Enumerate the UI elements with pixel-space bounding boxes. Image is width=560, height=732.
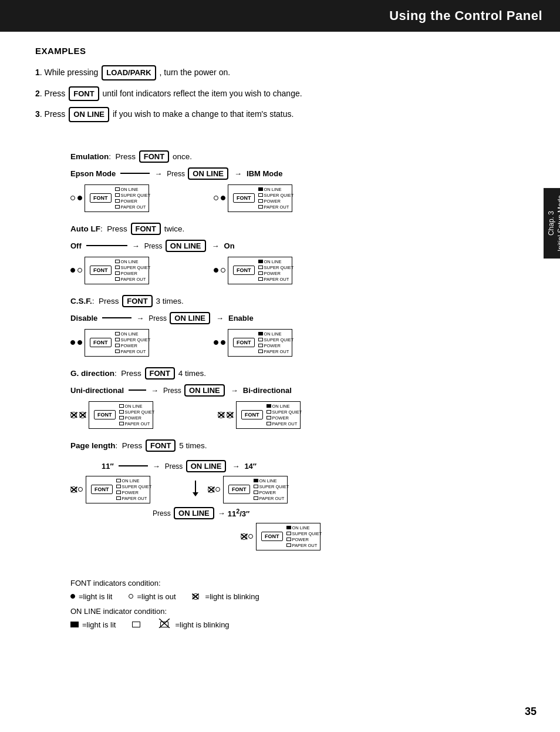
font-label-csf-dis: FONT — [90, 338, 112, 347]
emulation-from: Epson Mode — [70, 169, 116, 178]
pw-ind-epson — [115, 199, 120, 203]
arrow-right-csf: → — [136, 314, 144, 323]
pagelen-14-panel: FONT ON LINE SUPER QUIET POWER PAPER OUT — [223, 476, 288, 503]
font-key-step2: FONT — [69, 86, 99, 102]
epson-dot1 — [70, 196, 75, 200]
font-label-epson: FONT — [90, 193, 112, 203]
online-ind-epson — [115, 187, 120, 191]
font-key-autolf: FONT — [131, 223, 161, 235]
section-gdirection: G. direction: Press FONT 4 times. Uni-di… — [70, 367, 519, 429]
autolf-flow: Off → Press ON LINE → On — [70, 240, 519, 252]
pagelen-third-indicators: ON LINE SUPER QUIET POWER PAPER OUT — [286, 525, 322, 548]
step3-after: if you wish to make a change to that ite… — [113, 109, 294, 119]
pagelen-third-dot2 — [248, 534, 253, 539]
online-legend-title: ON LINE indicator condition: — [70, 607, 519, 616]
online-ind-ibm — [258, 187, 263, 191]
online-pagelen-third — [286, 526, 291, 529]
pagelen-11-panel: FONT ON LINE SUPER QUIET POWER PAPER OUT — [86, 476, 150, 503]
sq-autolf-on — [258, 266, 263, 269]
pagelen-14-dot2 — [215, 487, 220, 492]
section-csf: C.S.F.: Press FONT 3 times. Disable → Pr… — [70, 295, 519, 357]
pw-pagelen-14 — [254, 491, 258, 494]
csf-to: Enable — [228, 314, 254, 323]
sq-gdir-uni — [119, 410, 124, 414]
po-gdir-uni — [119, 422, 124, 425]
epson-ind-online: ON LINE — [115, 187, 151, 192]
gdir-bi-indicators: ON LINE SUPER QUIET POWER PAPER OUT — [266, 404, 302, 427]
legend-blink-dot — [193, 593, 199, 600]
autolf-on-panel: FONT ON LINE SUPER QUIET POWER PAPER OUT — [228, 257, 292, 284]
gdir-uni-panel: FONT ON LINE SUPER QUIET POWER PAPER OUT — [89, 401, 153, 429]
down-arrow-line — [195, 481, 196, 492]
arrow-pagelen: → — [153, 462, 160, 471]
autolf-on-indicators: ON LINE SUPER QUIET POWER PAPER OUT — [258, 259, 294, 282]
arrow-pagelen2: → — [232, 462, 239, 471]
po-pagelen-11 — [116, 496, 121, 500]
online-key-step3: ON LINE — [69, 107, 109, 122]
online-legend: ON LINE indicator condition: =light is l… — [70, 607, 519, 629]
arrow-right-autolf2: → — [212, 241, 220, 250]
pagelength-label: Page length: Press FONT 5 times. — [70, 439, 519, 452]
step1-after: , turn the power on. — [159, 68, 230, 77]
online-key-pagelen-third: ON LINE — [174, 507, 214, 519]
arrow-line-gdir — [129, 389, 146, 391]
ibm-dot2 — [221, 196, 225, 200]
po-pagelen-14 — [254, 496, 258, 500]
font-key-pagelen: FONT — [146, 439, 176, 452]
arrow-right-csf2: → — [216, 314, 224, 323]
sq-autolf-off — [115, 266, 120, 269]
autolf-press: Press ON LINE — [144, 240, 207, 252]
step-2: 2. Press FONT until font indicators refl… — [35, 86, 519, 102]
csf-dis-dot2 — [77, 340, 82, 345]
csf-en-dot2 — [221, 340, 225, 345]
gdirection-panels: FONT ON LINE SUPER QUIET POWER PAPER OUT… — [70, 401, 519, 429]
load-park-key: LOAD/PARK — [102, 65, 156, 80]
pw-ind-ibm — [258, 199, 263, 203]
legend-empty-label: =light is out — [137, 592, 176, 601]
legend-section: FONT indicators condition: =light is lit… — [70, 579, 519, 629]
online-gdir-uni — [119, 404, 124, 408]
pw-pagelen-third — [286, 538, 291, 541]
emulation-label: Emulation: Press FONT once. — [70, 150, 519, 163]
gdir-bi-dot2 — [227, 412, 233, 418]
font-label-ibm: FONT — [233, 193, 255, 203]
legend-sq-empty-icon — [132, 622, 140, 627]
online-key-emulation: ON LINE — [188, 167, 228, 180]
page-header: Using the Control Panel — [0, 0, 560, 32]
legend-sq-filled: =light is lit — [70, 620, 116, 629]
sq-pagelen-14 — [254, 485, 258, 488]
autolf-on-dot2 — [221, 268, 225, 273]
pw-csf-dis — [115, 344, 120, 347]
legend-sq-filled-label: =light is lit — [82, 620, 116, 629]
csf-panels: FONT ON LINE SUPER QUIET POWER PAPER OUT… — [70, 329, 519, 357]
pagelen-11-dot1 — [70, 486, 77, 493]
font-key-gdir: FONT — [145, 367, 175, 380]
pagelen-11-indicators: ON LINE SUPER QUIET POWER PAPER OUT — [116, 478, 152, 501]
arrow-right-2: → — [234, 169, 242, 178]
pagelen-11-dot2 — [78, 487, 83, 492]
pagelen-14-panel-row: FONT ON LINE SUPER QUIET POWER PAPER OUT — [208, 476, 288, 503]
pagelen-third-panel: FONT ON LINE SUPER QUIET POWER PAPER OUT — [256, 523, 321, 550]
csf-press: Press ON LINE — [149, 312, 211, 324]
sq-ind-ibm — [258, 193, 263, 197]
online-pagelen-11 — [116, 479, 121, 482]
gdir-uni-dot1 — [70, 412, 77, 418]
legend-sq-blink-icon — [160, 620, 168, 629]
side-tab-chap: Chap. 3 — [547, 211, 555, 236]
online-pagelen-14 — [254, 479, 258, 482]
legend-empty-dot — [129, 594, 133, 599]
online-legend-row: =light is lit =light is blinking — [70, 620, 519, 629]
legend-sq-blink-label: =light is blinking — [175, 620, 229, 629]
emulation-panels: FONT ON LINE SUPER QUIET POWER — [70, 184, 519, 212]
ibm-ind-paperout: PAPER OUT — [258, 204, 294, 210]
legend-sq-blink: =light is blinking — [160, 620, 229, 629]
autolf-panels: FONT ON LINE SUPER QUIET POWER PAPER OUT… — [70, 257, 519, 284]
pagelen-11-label: 11″ — [102, 462, 114, 471]
arrow-line-csf — [102, 317, 131, 318]
pagelength-top-row: 11″ → Press ON LINE → 14″ FONT — [70, 456, 519, 503]
csf-dis-indicators: ON LINE SUPER QUIET POWER PAPER OUT — [115, 331, 151, 354]
online-key-csf: ON LINE — [170, 312, 210, 324]
page-number: 35 — [525, 706, 537, 718]
pagelen-third-dot1 — [241, 533, 247, 540]
side-tab-label: Initial Setup Mode — [556, 195, 560, 251]
